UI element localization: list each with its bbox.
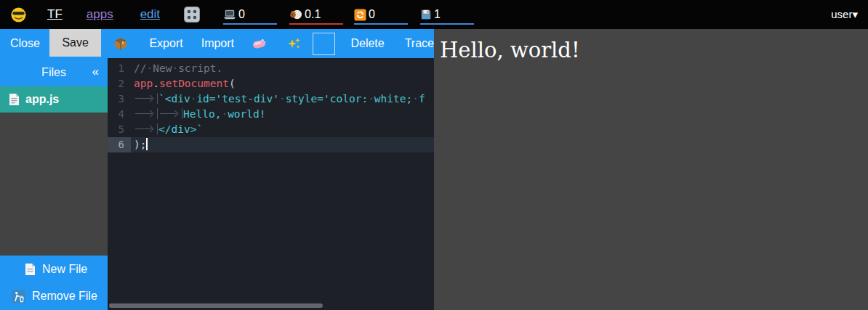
refresh-stat-field[interactable]: 0 [354, 6, 408, 25]
laptop-stat-field[interactable]: 0 [223, 6, 277, 25]
files-header: Files « [0, 58, 108, 86]
user-menu[interactable]: user▾ [831, 8, 858, 21]
file-name: app.js [25, 93, 59, 106]
collapse-sidebar-button[interactable]: « [92, 65, 99, 79]
link-apps[interactable]: apps [87, 7, 113, 22]
laptop-stat-value: 0 [238, 8, 245, 21]
link-tf[interactable]: TF [47, 7, 63, 22]
delete-button[interactable]: Delete [350, 37, 384, 50]
files-header-label: Files [41, 66, 66, 79]
die-four-icon[interactable] [183, 6, 201, 23]
tab-marker [158, 108, 182, 119]
ram-stat-field[interactable]: 0.1 [289, 6, 343, 25]
soap-button[interactable] [252, 37, 267, 50]
floppy-disk-icon [420, 9, 432, 20]
line-number: 4 [108, 107, 131, 122]
sunglasses-face-icon[interactable] [10, 7, 27, 23]
new-file-button[interactable]: New File [0, 256, 108, 282]
remove-file-label: Remove File [32, 290, 97, 303]
tab-marker [134, 123, 158, 134]
storage-stat-value: 1 [434, 8, 441, 21]
horizontal-scrollbar[interactable] [109, 303, 323, 308]
litter-bin-icon [12, 290, 25, 303]
refresh-icon [354, 9, 366, 21]
code-line[interactable]: 5</div>` [108, 122, 434, 137]
text-cursor [146, 138, 148, 150]
package-button[interactable] [113, 36, 128, 51]
close-button[interactable]: Close [10, 37, 40, 50]
tab-marker [134, 108, 158, 119]
ram-stat-value: 0.1 [305, 8, 321, 21]
ram-icon [289, 9, 302, 20]
soap-icon [252, 37, 267, 50]
code-line[interactable]: 6); [108, 137, 434, 152]
topbar: TF apps edit 0 0.1 [0, 0, 868, 29]
storage-stat-field[interactable]: 1 [420, 6, 474, 25]
new-file-label: New File [42, 263, 87, 276]
code-line[interactable]: 1//·New·script. [108, 61, 434, 76]
import-button[interactable]: Import [201, 37, 234, 50]
line-number: 3 [108, 91, 131, 107]
file-item-appjs[interactable]: app.js [0, 86, 108, 113]
trace-button[interactable]: Trace [405, 37, 434, 50]
code-line[interactable]: 3`<div·id='test-div'·style='color:·white… [108, 91, 434, 107]
refresh-stat-value: 0 [369, 8, 375, 21]
link-edit[interactable]: edit [140, 7, 160, 22]
tab-marker [134, 93, 158, 104]
empty-toolbar-button[interactable] [313, 33, 335, 55]
line-number: 2 [108, 76, 131, 91]
export-button[interactable]: Export [149, 37, 182, 50]
code-lines: 1//·New·script.2app.setDocument(3`<div·i… [108, 61, 434, 152]
editor-toolbar: Close Save Export Import [0, 29, 434, 58]
laptop-icon [223, 9, 236, 20]
preview-text: Hello, world! [440, 38, 868, 62]
sparkles-button[interactable] [287, 36, 302, 51]
new-file-icon [25, 263, 36, 276]
line-number: 5 [108, 122, 131, 137]
package-icon [113, 36, 128, 51]
code-line[interactable]: 4Hello,·world! [108, 107, 434, 122]
remove-file-button[interactable]: Remove File [0, 282, 108, 310]
code-editor[interactable]: 1//·New·script.2app.setDocument(3`<div·i… [108, 58, 434, 310]
document-icon [9, 93, 20, 106]
save-button[interactable]: Save [49, 29, 102, 57]
sparkles-icon [287, 36, 302, 51]
preview-pane: Hello, world! [434, 29, 868, 310]
files-panel [0, 113, 108, 256]
line-number: 1 [108, 61, 131, 76]
line-number: 6 [108, 137, 131, 152]
sidebar-actions: New File Remove File [0, 256, 108, 310]
code-line[interactable]: 2app.setDocument( [108, 76, 434, 91]
